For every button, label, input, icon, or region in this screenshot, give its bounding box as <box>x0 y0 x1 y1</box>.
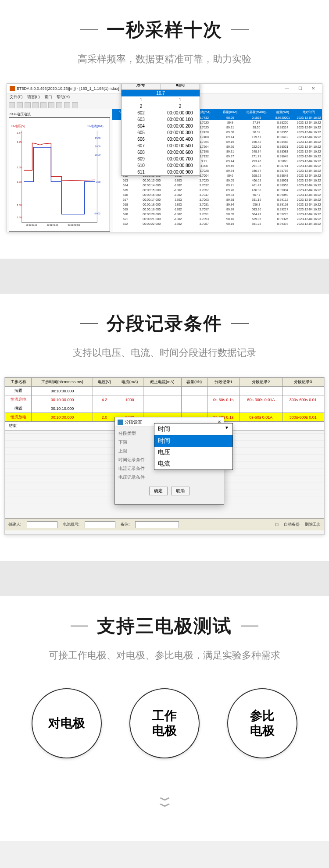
data-row[interactable]: 62200:00:22.000-18023.708790.15651.288.9… <box>112 221 322 226</box>
svg-text:2000: 2000 <box>95 145 100 148</box>
heading-row-2: 分段记录条件 <box>0 311 329 336</box>
y-axis-left-label: 01-电压(V) <box>11 125 25 128</box>
voltage-line <box>24 143 95 181</box>
data-row[interactable]: 61900:00:19.000-18023.709789.99583.368.9… <box>112 207 322 212</box>
popup-col-time[interactable]: 时间 <box>161 83 200 89</box>
toolbar-btn[interactable] <box>25 102 31 108</box>
svg-text:1800: 1800 <box>95 153 100 156</box>
step-col-header[interactable]: 分段记录3 <box>282 378 324 387</box>
step-col-header[interactable]: 工步时间(hh:mm:ss.ms) <box>32 378 93 387</box>
close-button[interactable]: ✕ <box>307 86 319 91</box>
dialog-field-label: 电压记录条件 <box>118 474 145 480</box>
dash-right <box>231 323 249 324</box>
subheading-1: 高采样频率，数据更精准可靠，助力实验 <box>0 53 329 66</box>
autobackup-label[interactable]: 自动备份 <box>284 522 300 527</box>
remark-input[interactable] <box>135 521 179 528</box>
heading-3: 支持三电极测试 <box>97 614 232 638</box>
toolbar-btn[interactable] <box>17 102 23 108</box>
window-controls: — ☐ ✕ <box>281 86 319 91</box>
step-table-header: 工步名称工步时间(hh:mm:ss.ms)电压(V)电流(mA)截止电流(mA)… <box>5 378 324 387</box>
popup-row[interactable]: 60700:00:00.500 <box>122 142 200 149</box>
data-col-header[interactable]: 容量(mAh) <box>217 110 243 114</box>
window-title: BT5DA 8.0.0.496(2020.10.23)[m]) - [163_1… <box>17 86 119 91</box>
data-row[interactable]: 62000:00:20.000-18023.709190.05604.478.9… <box>112 212 322 217</box>
svg-text:00:00:00.00: 00:00:00.00 <box>26 224 37 226</box>
toolbar-btn[interactable] <box>48 102 54 108</box>
toolbar-btn[interactable] <box>9 102 15 108</box>
more-chevron-icon: ⌄⌄ <box>0 785 329 815</box>
popup-row[interactable]: 60900:00:00.700 <box>122 156 200 162</box>
remark-label: 备注: <box>121 522 130 527</box>
popup-header: 序号 时间 <box>122 83 200 90</box>
popup-row[interactable]: 60400:00:00.200 <box>122 123 200 129</box>
dropdown-option[interactable]: 电流 <box>154 458 232 470</box>
counter-electrode: 对电极 <box>32 688 102 758</box>
data-row[interactable]: 61500:00:15.000-18023.705789.76476.988.9… <box>112 188 322 192</box>
menu-help[interactable]: 帮助(H) <box>57 94 70 100</box>
toolbar-btn[interactable] <box>40 102 46 108</box>
data-col-header[interactable]: 比容量(mAh/g) <box>243 110 270 114</box>
dialog-icon <box>118 420 123 425</box>
popup-row[interactable]: 60300:00:00.100 <box>122 116 200 123</box>
section-electrodes: 支持三电极测试 可接工作电极、对电极、参比电极，满足实验多种需求 对电极 工作电… <box>0 596 329 841</box>
step-row[interactable]: 搁置00:10:10.000 <box>5 404 324 413</box>
popup-row[interactable]: 61100:00:00.900 <box>122 169 200 175</box>
menu-file[interactable]: 文件(F) <box>10 94 23 100</box>
dropdown-option[interactable]: 电压 <box>154 447 232 458</box>
popup-subhead-row: 22 <box>122 103 200 110</box>
section-segments: 分段记录条件 支持以电压、电流、时间分段进行数据记录 工步名称工步时间(hh:m… <box>0 294 329 561</box>
dropdown-option[interactable]: 时间 <box>154 435 232 447</box>
creator-input[interactable] <box>27 521 57 528</box>
data-row[interactable]: 61400:00:14.000-18023.703789.71461.478.9… <box>112 183 322 188</box>
toolbar-btn[interactable] <box>56 102 62 108</box>
popup-selected[interactable]: 16.7 <box>122 90 200 96</box>
step-row[interactable]: 恒流充电00:10:00.0004.210000s-60s 0.1s60s-30… <box>5 395 324 404</box>
chart-area[interactable]: 01-电压(V) 01-电流(mA) 3.87 3.75 3.50 3.33 3… <box>9 117 110 231</box>
popup-col-index[interactable]: 序号 <box>122 83 161 89</box>
popup-row[interactable]: 60200:00:00.000 <box>122 110 200 116</box>
data-col-header[interactable]: 绝对时间 <box>296 110 322 114</box>
batch-label: 电池批号: <box>63 522 80 527</box>
step-col-header[interactable]: 容量(Ah) <box>181 378 207 387</box>
step-col-header[interactable]: 电压(V) <box>93 378 116 387</box>
toolbar-btn[interactable] <box>64 102 70 108</box>
dialog-field-label: 分段类型 <box>118 430 145 437</box>
heading-1: 一秒采样十次 <box>107 18 222 42</box>
toolbar-btn[interactable] <box>32 102 39 108</box>
dialog-field-label: 下限 <box>118 439 145 445</box>
data-row[interactable]: 61700:00:17.000-18033.706389.88531.158.9… <box>112 197 322 202</box>
popup-subhead-row: 11 <box>122 96 200 103</box>
step-col-header[interactable]: 电流(mA) <box>116 378 143 387</box>
popup-row[interactable]: 60500:00:00.300 <box>122 129 200 136</box>
data-row[interactable]: 61800:00:18.000-18033.708189.94556.38.99… <box>112 202 322 207</box>
batch-input[interactable] <box>85 521 115 528</box>
step-row[interactable]: 搁置00:10:00.000 <box>5 387 324 395</box>
popup-row[interactable]: 60800:00:00.600 <box>122 149 200 156</box>
svg-text:-200: -200 <box>96 181 100 183</box>
step-col-header[interactable]: 分段记录1 <box>207 378 240 387</box>
heading-row-3: 支持三电极测试 <box>0 614 329 638</box>
step-col-header[interactable]: 分段记录2 <box>240 378 283 387</box>
menu-language[interactable]: 语言(L) <box>27 94 40 100</box>
step-col-header[interactable]: 截止电流(mA) <box>143 378 181 387</box>
dialog-ok-button[interactable]: 确定 <box>149 487 168 495</box>
dash-right <box>231 29 249 30</box>
step-col-header[interactable]: 工步名称 <box>5 378 32 387</box>
menu-window[interactable]: 窗口 <box>44 94 52 100</box>
data-row[interactable]: 61300:00:13.000-18033.702589.65406.628.9… <box>112 178 322 183</box>
popup-row[interactable]: 61000:00:00.800 <box>122 162 200 169</box>
data-row[interactable]: 61600:00:16.000-18023.704789.83507.78.99… <box>112 192 322 197</box>
data-row[interactable]: 62100:00:21.000-18023.709390.10629.068.9… <box>112 217 322 221</box>
heading-row-1: 一秒采样十次 <box>0 18 329 42</box>
svg-text:00:02:40.000: 00:02:40.000 <box>68 224 80 226</box>
dropdown-selected[interactable]: 时间 ▼ <box>154 423 232 435</box>
data-col-header[interactable]: 能量(Wh) <box>270 110 296 114</box>
dialog-cancel-button[interactable]: 取消 <box>171 487 190 495</box>
svg-text:2500: 2500 <box>95 137 100 139</box>
minimize-button[interactable]: — <box>281 86 293 91</box>
maximize-button[interactable]: ☐ <box>294 86 306 91</box>
toolbar-btn[interactable] <box>72 102 78 108</box>
popup-row[interactable]: 60600:00:00.400 <box>122 136 200 142</box>
delete-step-label[interactable]: 删除工步 <box>305 522 321 527</box>
dialog-title: 分段设置 <box>125 419 142 425</box>
